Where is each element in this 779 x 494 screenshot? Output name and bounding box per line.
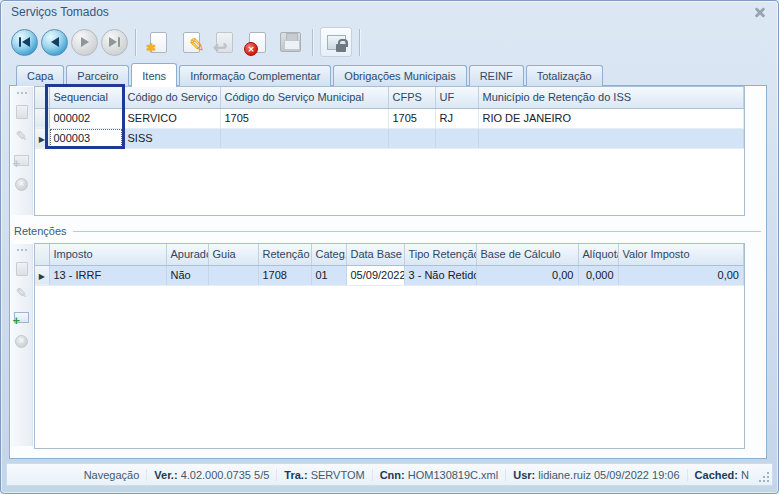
column-header-codigo-servico-municipal[interactable]: Código do Serviço Municipal [220,87,388,108]
cell-tipo-retencao[interactable]: 3 - Não Retido [404,265,476,285]
column-header-municipio-iss[interactable]: Município de Retenção do ISS [478,87,744,108]
column-header-imposto[interactable]: Imposto [49,244,166,265]
cell-valor-imposto[interactable]: 0,00 [618,265,744,285]
column-header-codigo-servico[interactable]: Código do Serviço [123,87,220,108]
previous-record-icon [51,37,59,47]
toolbar-handle-icon[interactable] [17,92,19,94]
cell-guia[interactable] [208,265,258,285]
new-document-icon [16,262,28,276]
status-connection: Cnn: HOM130819C.xml [372,469,506,481]
retencoes-grid: Imposto Apurado Guia Retenção Categ. Dat… [35,244,744,286]
items-delete-button[interactable]: ✕ [13,175,31,193]
items-add-button[interactable]: + [13,151,31,169]
resize-grip[interactable] [759,472,770,483]
cell-uf[interactable] [435,128,478,148]
cell-retencao[interactable]: 1708 [258,265,311,285]
cell-categ[interactable]: 01 [311,265,346,285]
cell-aliquota[interactable]: 0,000 [578,265,618,285]
column-header-data-base[interactable]: Data Base [346,244,404,265]
tab-totalizacao[interactable]: Totalização [526,65,603,86]
retencoes-delete-button[interactable]: ✕ [13,332,31,350]
plus-icon: + [13,314,21,327]
star-icon: ✱ [146,41,156,55]
delete-record-button[interactable]: ✕ [242,27,272,57]
edit-record-button[interactable]: ✎ [176,27,206,57]
retencoes-edit-button[interactable]: ✎ [13,284,31,302]
cell-uf[interactable]: RJ [435,108,478,128]
tab-itens[interactable]: Itens [131,63,177,87]
cell-cfps[interactable] [388,128,435,148]
row-selector[interactable] [35,108,49,128]
row-selector-header [35,87,49,108]
column-header-retencao[interactable]: Retenção [258,244,311,265]
column-header-base-calculo[interactable]: Base de Cálculo [476,244,578,265]
previous-record-button[interactable] [41,29,68,56]
tab-capa[interactable]: Capa [16,65,64,86]
last-record-button[interactable] [101,29,128,56]
tab-page-itens: ✎ + ✕ Sequencial [9,85,767,459]
items-row-1[interactable]: 000002 SERVICO 1705 1705 RJ RIO DE JANEI… [35,108,744,128]
close-icon[interactable] [752,5,768,19]
retencoes-row-1-selected[interactable]: ▶ 13 - IRRF Não 1708 01 05/09/2022 3 - N… [35,265,744,285]
cell-imposto[interactable]: 13 - IRRF [49,265,166,285]
undo-button[interactable]: ↩ [209,27,239,57]
retencoes-add-button[interactable]: + [13,308,31,326]
items-new-button[interactable] [13,103,31,121]
delete-circle-icon: ✕ [15,178,28,191]
column-header-cfps[interactable]: CFPS [388,87,435,108]
tab-reinf[interactable]: REINF [469,65,524,86]
retencoes-group-label: Retenções [14,225,761,237]
cell-apurado[interactable]: Não [166,265,208,285]
cell-codigo-servico-municipal[interactable]: 1705 [220,108,388,128]
cell-cfps[interactable]: 1705 [388,108,435,128]
items-header-row: Sequencial Código do Serviço Código do S… [35,87,744,108]
column-header-apurado[interactable]: Apurado [166,244,208,265]
column-header-categ[interactable]: Categ. [311,244,346,265]
toolbar-handle-icon[interactable] [17,249,19,251]
status-user: Usr: lidiane.ruiz 05/09/2022 19:06 [505,469,686,481]
status-version: Ver.: 4.02.000.0735 5/5 [146,469,276,481]
cell-sequencial-focused[interactable]: 000003 [49,128,123,148]
column-header-uf[interactable]: UF [435,87,478,108]
title-bar: Serviços Tomados [1,1,778,23]
tab-obrigacoes-municipais[interactable]: Obrigações Municipais [333,65,466,86]
padlock-icon [336,44,346,52]
last-record-icon [109,37,117,47]
undo-arrow-icon: ↩ [213,39,227,56]
retencoes-new-button[interactable] [13,260,31,278]
column-header-tipo-retencao[interactable]: Tipo Retenção [404,244,476,265]
new-record-button[interactable]: ✱ [143,27,173,57]
next-record-button[interactable] [71,29,98,56]
items-edit-button[interactable]: ✎ [13,127,31,145]
cell-sequencial[interactable]: 000002 [49,108,123,128]
tab-parceiro[interactable]: Parceiro [66,65,129,86]
save-record-button[interactable] [275,27,305,57]
current-row-arrow-icon: ▶ [39,135,45,144]
status-bar: Navegação Ver.: 4.02.000.0735 5/5 Tra.: … [6,463,773,486]
cell-data-base-focused[interactable]: 05/09/2022 [346,265,404,285]
column-header-sequencial[interactable]: Sequencial [49,87,123,108]
content-area: Capa Parceiro Itens Informação Complemen… [9,63,767,459]
column-header-guia[interactable]: Guia [208,244,258,265]
retencoes-grid-toolbar: ✎ + ✕ [11,244,33,446]
delete-cross-icon: ✕ [244,42,258,56]
main-toolbar: ✱ ✎ ↩ ✕ [11,26,364,58]
security-lock-button[interactable] [320,27,352,57]
column-header-valor-imposto[interactable]: Valor Imposto [618,244,744,265]
floppy-disk-icon [280,32,301,52]
cell-codigo-servico-municipal[interactable] [220,128,388,148]
cell-codigo-servico[interactable]: SERVICO [123,108,220,128]
cell-codigo-servico[interactable]: SISS [123,128,220,148]
column-header-aliquota[interactable]: Alíquota [578,244,618,265]
items-row-2-selected[interactable]: ▶ 000003 SISS [35,128,744,148]
cell-municipio-iss[interactable] [478,128,744,148]
current-row-arrow-icon: ▶ [39,272,45,281]
status-cached: Cached: N [687,469,756,481]
tab-informacao-complementar[interactable]: Informação Complementar [179,65,331,86]
cell-municipio-iss[interactable]: RIO DE JANEIRO [478,108,744,128]
row-selector[interactable]: ▶ [35,128,49,148]
row-selector[interactable]: ▶ [35,265,49,285]
cell-base-calculo[interactable]: 0,00 [476,265,578,285]
new-document-icon [16,105,28,119]
first-record-button[interactable] [11,29,38,56]
